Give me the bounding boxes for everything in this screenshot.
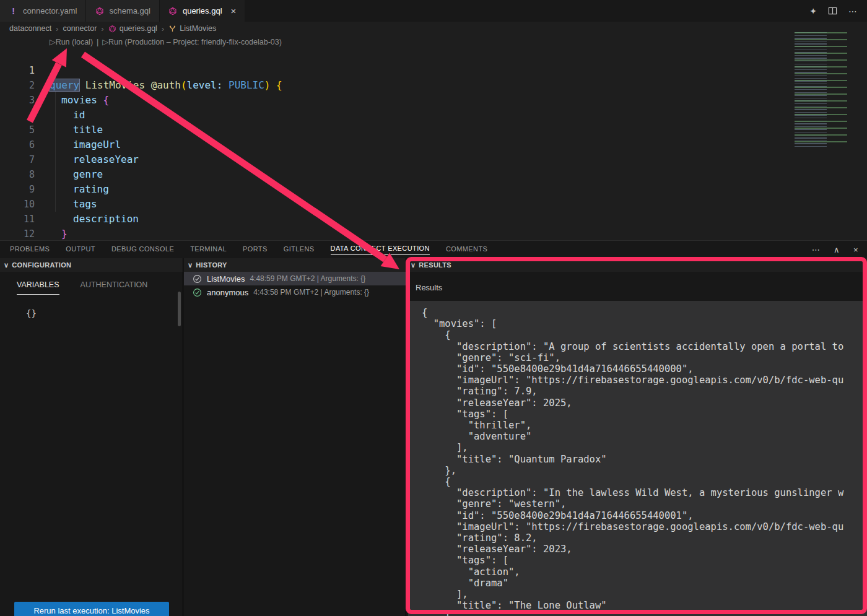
chevron-right-icon: › [101,24,103,33]
run-local-link[interactable]: ▷Run (local) [50,38,93,46]
split-editor-icon[interactable] [828,6,837,15]
chevron-right-icon: › [162,24,164,33]
code-line-11: 11 } [0,197,867,212]
more-actions-icon[interactable]: ⋯ [812,245,820,254]
history-item-name: anonymous [207,288,248,297]
editor-tab-bar: ! connector.yaml schema.gql queries.gql … [0,0,867,22]
minimap[interactable] [795,32,866,147]
history-header[interactable]: ∨ HISTORY [184,258,406,272]
editor-actions: ✦ ⋯ [809,0,867,22]
variables-value[interactable]: {} [26,308,183,318]
results-header[interactable]: ∨ RESULTS [407,258,867,272]
graphql-icon [168,6,178,15]
tab-label: queries.gql [183,6,222,15]
history-item-meta: 4:43:58 PM GMT+2 | Arguments: {} [253,288,369,297]
code-line-5: 5 imageUrl [0,108,867,123]
breadcrumb-label: ListMovies [180,24,216,33]
codelens-separator: | [97,38,98,46]
code-line-10: 10 description [0,182,867,197]
history-item-name: ListMovies [207,274,245,284]
codelens: ▷Run (local)|▷Run (Production – Project:… [50,36,282,48]
tab-gitlens[interactable]: GITLENS [284,245,315,254]
chevron-down-icon: ∨ [411,261,416,269]
code-line-2: 2 movies { [0,63,867,78]
tab-ports[interactable]: PORTS [243,245,268,254]
code-line-7: 7 genre [0,137,867,152]
listmovies-symbol-icon [168,25,176,33]
more-actions-icon[interactable]: ⋯ [848,6,857,16]
chevron-down-icon: ∨ [188,261,193,269]
code-line-1: 1 query ListMovies @auth(level: PUBLIC) … [0,48,867,63]
maximize-panel-icon[interactable]: ∧ [834,245,840,254]
history-item-anonymous[interactable]: anonymous 4:43:58 PM GMT+2 | Arguments: … [184,285,406,299]
tab-problems[interactable]: PROBLEMS [10,245,50,254]
graphql-icon [108,25,116,33]
section-title: HISTORY [196,261,227,269]
check-circle-icon [193,274,202,284]
panel-tab-bar: PROBLEMS OUTPUT DEBUG CONSOLE TERMINAL P… [0,241,867,258]
results-section: ∨ RESULTS Results { "movies": [ { "descr… [407,258,867,616]
close-icon[interactable]: × [231,6,237,15]
configuration-section: ∨ CONFIGURATION VARIABLES AUTHENTICATION… [0,258,183,616]
tab-debug-console[interactable]: DEBUG CONSOLE [111,245,174,254]
run-production-link[interactable]: ▷Run (Production – Project: friendly-fli… [102,38,282,46]
tab-comments[interactable]: COMMENTS [446,245,487,254]
breadcrumb-listmovies[interactable]: ListMovies [168,24,216,33]
breadcrumb-label: queries.gql [120,24,157,33]
graphql-icon [95,6,104,15]
breadcrumb-dataconnect[interactable]: dataconnect [9,24,51,33]
vscode-window: ! connector.yaml schema.gql queries.gql … [0,0,867,616]
configuration-header[interactable]: ∨ CONFIGURATION [0,258,183,272]
results-label: Results [416,283,867,292]
breadcrumb-connector[interactable]: connector [63,24,97,33]
code-line-8: 8 rating [0,152,867,167]
tab-data-connect-execution[interactable]: DATA CONNECT EXECUTION [331,245,430,255]
tab-authentication[interactable]: AUTHENTICATION [81,280,148,295]
section-title: RESULTS [419,261,451,269]
chevron-right-icon: › [56,24,58,33]
code-line-4: 4 title [0,93,867,108]
scrollbar-thumb[interactable] [178,292,181,326]
code-line-12: 12 } [0,212,867,227]
tab-queries-gql[interactable]: queries.gql × [160,0,245,22]
history-section: ∨ HISTORY ListMovies 4:48:59 PM GMT+2 | … [184,258,406,616]
code-line-6: 6 releaseYear [0,123,867,137]
run-icon: ▷ [50,38,56,46]
tab-output[interactable]: OUTPUT [66,245,95,254]
tab-label: schema.gql [109,6,150,15]
sparkle-icon[interactable]: ✦ [809,6,817,16]
section-title: CONFIGURATION [12,261,71,269]
breadcrumb: dataconnect › connector › queries.gql › … [0,22,867,35]
configuration-tabs: VARIABLES AUTHENTICATION [0,272,183,295]
code-line-9: 9 tags [0,167,867,182]
tab-variables[interactable]: VARIABLES [17,280,59,295]
history-item-listmovies[interactable]: ListMovies 4:48:59 PM GMT+2 | Arguments:… [184,272,406,285]
tab-schema-gql[interactable]: schema.gql [86,0,159,22]
run-icon: ▷ [102,38,108,46]
panel-actions: ⋯ ∧ × [812,245,867,254]
breadcrumb-queries-gql[interactable]: queries.gql [108,24,157,33]
yaml-warning-icon: ! [9,6,18,15]
code-line-13: 13 [0,227,867,241]
close-panel-icon[interactable]: × [853,245,858,254]
tab-label: connector.yaml [23,6,77,15]
history-item-meta: 4:48:59 PM GMT+2 | Arguments: {} [250,274,365,283]
check-circle-icon [193,288,202,297]
rerun-last-execution-button[interactable]: Rerun last execution: ListMovies [14,602,169,616]
code-editor[interactable]: ▷Run (local)|▷Run (Production – Project:… [0,35,867,240]
results-json-output[interactable]: { "movies": [ { "description": "A group … [408,301,867,616]
tab-connector-yaml[interactable]: ! connector.yaml [0,0,86,22]
tab-terminal[interactable]: TERMINAL [190,245,227,254]
code-line-3: 3 id [0,78,867,93]
bottom-panel: PROBLEMS OUTPUT DEBUG CONSOLE TERMINAL P… [0,240,867,616]
chevron-down-icon: ∨ [4,261,9,269]
